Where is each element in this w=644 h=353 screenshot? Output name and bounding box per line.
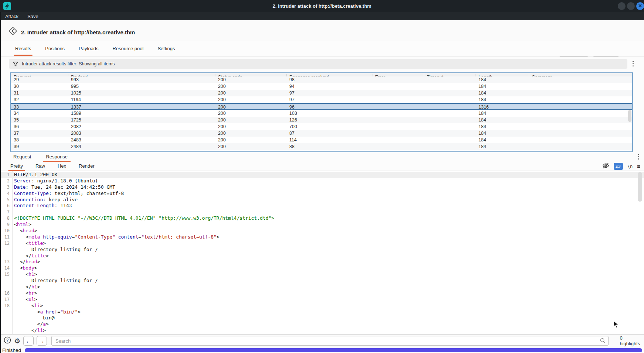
search-previous-button[interactable]: ←: [23, 336, 34, 346]
table-row-33[interactable]: 331337200961316: [11, 103, 632, 110]
cell-payload: 1725: [71, 117, 81, 123]
menu-attack[interactable]: Attack: [5, 14, 18, 19]
code-text: Directory listing for /: [14, 247, 98, 253]
detach-arrow-icon[interactable]: [9, 27, 17, 37]
word-wrap-toggle[interactable]: [614, 163, 623, 170]
cell-request: 32: [14, 96, 19, 103]
tab-payloads[interactable]: Payloads: [74, 41, 103, 56]
table-row-34[interactable]: 341589200103184: [11, 110, 632, 117]
search-next-button[interactable]: →: [37, 336, 47, 346]
editor-lines: 1HTTP/1.1 200 OK2Server: nginx/1.18.0 (U…: [1, 172, 644, 334]
page-title: 2. Intruder attack of http://beta.creati…: [21, 29, 135, 35]
tab-view-hex[interactable]: Hex: [52, 162, 71, 171]
tab-message-request[interactable]: Request: [7, 152, 37, 162]
code-line: 5Connection: keep-alive: [1, 197, 644, 203]
maximize-button[interactable]: [627, 2, 635, 10]
cell-length: 1316: [478, 104, 489, 110]
cell-received: 126: [289, 117, 297, 123]
editor-hamburger-menu-icon[interactable]: ≡: [637, 164, 640, 169]
window-left-edge: [0, 12, 1, 353]
code-line: 12 <title>: [1, 240, 644, 247]
code-line: 18 <li>: [1, 303, 644, 309]
table-row-29[interactable]: 2999320098184: [11, 76, 632, 83]
code-text: <title>: [14, 240, 46, 247]
table-row-39[interactable]: 39248420088184: [11, 143, 632, 150]
code-text: <head>: [14, 228, 37, 234]
show-newlines-toggle[interactable]: \n: [627, 164, 633, 169]
code-line: </a>: [1, 321, 644, 328]
cell-received: 87: [289, 130, 294, 137]
tab-results[interactable]: Results: [10, 41, 36, 56]
hide-icon[interactable]: [602, 163, 609, 170]
tab-message-response[interactable]: Response: [40, 152, 74, 162]
line-number: 12: [1, 240, 10, 247]
results-filter-bar[interactable]: Intruder attack results filter: Showing …: [9, 59, 627, 69]
cell-received: 97: [289, 90, 294, 96]
cell-payload: 2082: [71, 123, 81, 130]
line-number: 11: [1, 234, 10, 240]
code-line: 1HTTP/1.1 200 OK: [1, 172, 644, 178]
cell-status: 200: [218, 117, 226, 123]
code-text: Connection: keep-alive: [14, 197, 78, 203]
tab-settings[interactable]: Settings: [152, 41, 180, 56]
code-line: 13 </head>: [1, 259, 644, 265]
table-row-38[interactable]: 382483200114184: [11, 137, 632, 143]
search-input[interactable]: [51, 336, 609, 346]
table-row-36[interactable]: 362082200700184: [11, 123, 632, 130]
intruder-tabs: ResultsPositionsPayloadsResource poolSet…: [0, 41, 644, 56]
cell-status: 200: [218, 83, 226, 90]
table-row-37[interactable]: 37208320087184: [11, 130, 632, 137]
line-number: 15: [1, 271, 10, 278]
tab-view-render[interactable]: Render: [74, 162, 100, 171]
menu-save[interactable]: Save: [27, 14, 38, 19]
code-text: Date: Tue, 24 Dec 2024 14:42:50 GMT: [14, 184, 115, 191]
attack-header: 2. Intruder attack of http://beta.creati…: [0, 20, 644, 41]
code-text: <h1>: [14, 271, 37, 278]
tab-positions[interactable]: Positions: [40, 41, 70, 56]
highlight-count: 0 highlights: [620, 335, 644, 346]
menu-bar: Attack Save: [0, 12, 644, 20]
code-line: <a href="bin/">: [1, 309, 644, 315]
search-settings-gear-icon[interactable]: ⚙: [14, 337, 20, 345]
cell-payload: 2483: [71, 137, 81, 143]
table-row-31[interactable]: 31102520097184: [11, 90, 632, 96]
editor-menu-kebab-icon[interactable]: [638, 154, 639, 160]
results-table[interactable]: Request∧PayloadStatus codeResponse recei…: [10, 72, 633, 152]
close-button[interactable]: ✕: [636, 2, 644, 10]
code-line: </li>: [1, 328, 644, 334]
cell-status: 200: [218, 137, 226, 143]
response-editor[interactable]: 1HTTP/1.1 200 OK2Server: nginx/1.18.0 (U…: [1, 171, 644, 334]
table-row-30[interactable]: 3099520094184: [11, 83, 632, 90]
cell-request: 37: [14, 130, 19, 137]
cell-length: 184: [478, 123, 486, 130]
tab-view-raw[interactable]: Raw: [30, 162, 50, 171]
table-row-32[interactable]: 32119420097184: [11, 96, 632, 103]
cell-length: 184: [478, 117, 486, 123]
table-scrollbar-thumb[interactable]: [628, 110, 631, 122]
cell-payload: 1025: [71, 90, 81, 96]
cell-length: 184: [478, 137, 486, 143]
line-number: 7: [1, 209, 10, 215]
editor-scrollbar-thumb[interactable]: [638, 172, 642, 202]
filter-menu-kebab-icon[interactable]: [633, 61, 634, 66]
line-number: 16: [1, 290, 10, 297]
message-editor-tabs: RequestResponse: [0, 152, 644, 162]
code-text: </head>: [14, 259, 40, 265]
cell-received: 103: [289, 110, 297, 117]
cell-request: 30: [14, 83, 19, 90]
code-text: </li>: [14, 328, 46, 334]
code-line: bin@: [1, 315, 644, 321]
view-mode-tabs: PrettyRawHexRender: [0, 162, 644, 171]
minimize-button[interactable]: [618, 2, 626, 10]
cell-request: 33: [14, 104, 19, 110]
cell-request: 34: [14, 110, 19, 117]
search-help-icon[interactable]: ?: [4, 336, 11, 345]
cell-received: 98: [289, 76, 294, 83]
line-number: 4: [1, 191, 10, 197]
cell-request: 35: [14, 117, 19, 123]
tab-view-pretty[interactable]: Pretty: [5, 162, 28, 171]
tab-resource-pool[interactable]: Resource pool: [108, 41, 149, 56]
cell-received: 94: [289, 83, 294, 90]
table-row-35[interactable]: 351725200126184: [11, 117, 632, 123]
code-line: 16 <hr>: [1, 290, 644, 297]
